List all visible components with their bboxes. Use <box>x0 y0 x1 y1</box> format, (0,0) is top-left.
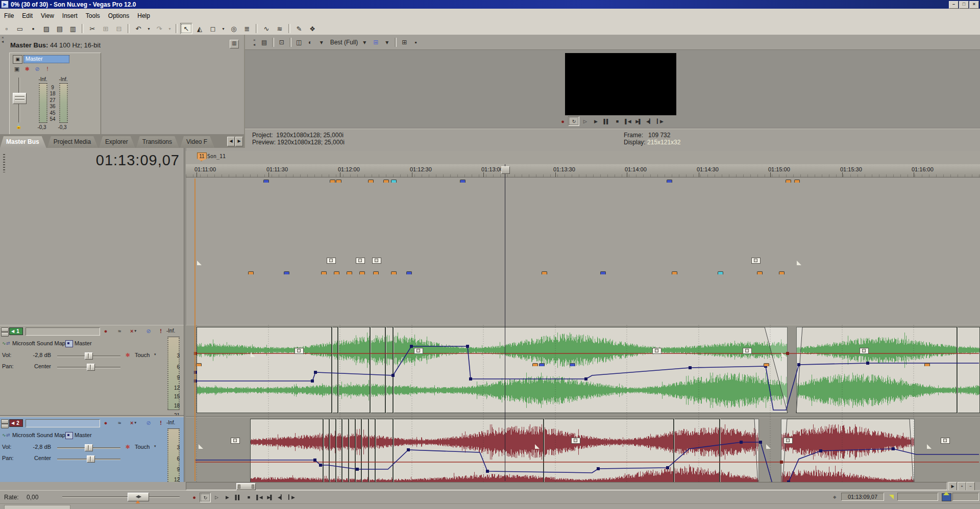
marker-bar[interactable]: 11 Son_11 <box>186 151 980 165</box>
vol-value[interactable]: -2,8 dB <box>19 352 51 358</box>
automation-dropdown-icon[interactable]: ▾ <box>154 444 156 448</box>
undo-dropdown-icon[interactable]: ▾ <box>145 23 152 34</box>
rate-value[interactable]: 0,00 <box>27 494 38 501</box>
fade-handle-tab[interactable] <box>406 271 412 274</box>
project-properties-icon[interactable]: ▤ <box>54 23 66 34</box>
edit-cursor-grip[interactable] <box>501 166 510 174</box>
mixer-properties-icon[interactable]: ▥ <box>230 40 239 48</box>
tab-scroll-right-icon[interactable]: ▶ <box>235 137 243 146</box>
fade-handle-tab[interactable] <box>667 180 672 183</box>
preview-quality-label[interactable]: Best (Full) <box>330 39 358 46</box>
edit-cursor-line[interactable] <box>505 164 505 481</box>
track-device-name[interactable]: Microsoft Sound Map... <box>12 432 70 438</box>
tab-scroll-left-icon[interactable]: ◀ <box>227 137 235 146</box>
tab-master-bus[interactable]: Master Bus <box>0 136 46 148</box>
overlay-grid-icon[interactable]: ⊞ <box>371 38 381 47</box>
fade-handle-tab[interactable] <box>600 271 606 274</box>
redo-icon[interactable]: ↷ <box>153 23 165 34</box>
track-name-input[interactable] <box>26 419 100 427</box>
track-restore-icon[interactable] <box>1 424 9 428</box>
tab-transitions[interactable]: Transitions <box>136 136 179 148</box>
normal-edit-tool-icon[interactable]: ↖ <box>180 23 192 34</box>
dock-close-icon[interactable]: ×◂ <box>2 36 4 44</box>
event-gain-icon[interactable] <box>414 348 423 354</box>
cut-icon[interactable]: ✂ <box>86 23 99 34</box>
paste-icon[interactable]: ⊟ <box>113 23 125 34</box>
fade-handle-tab[interactable] <box>359 271 365 274</box>
save-project-icon[interactable]: ▪ <box>27 23 39 34</box>
pan-value[interactable]: Center <box>19 455 51 461</box>
video-preview-frame[interactable] <box>565 53 676 115</box>
previous-frame-button[interactable]: ◀▎ <box>644 117 654 125</box>
dim-output-icon[interactable]: ! <box>43 65 52 72</box>
go-to-end-button[interactable]: ▶▌ <box>265 493 275 501</box>
fade-handle-tab[interactable] <box>570 363 575 366</box>
record-button[interactable]: ● <box>189 493 199 501</box>
automation-mode-label[interactable]: Touch <box>135 444 150 450</box>
quality-dropdown[interactable]: ▾ <box>359 38 370 47</box>
timeline-timecode-display[interactable]: 01:13:09,07 <box>0 152 180 169</box>
track-automation-gear-icon[interactable]: ✱ <box>124 443 132 451</box>
event-gain-icon[interactable] <box>751 258 761 264</box>
track-automation-warn-icon[interactable]: ! <box>158 327 163 335</box>
loop-playback-button[interactable]: ↻ <box>200 493 211 502</box>
menu-tools[interactable]: Tools <box>82 11 104 20</box>
vol-value[interactable]: -2,8 dB <box>19 444 51 450</box>
menu-insert[interactable]: Insert <box>58 11 82 20</box>
play-button[interactable]: ▶ <box>222 493 232 501</box>
selection-edit-tool-icon[interactable]: ◻ <box>207 23 219 34</box>
auto-ripple-icon[interactable]: ≋ <box>274 23 286 34</box>
event-gain-icon[interactable] <box>571 438 580 444</box>
tab-explorer[interactable]: Explorer <box>99 136 135 148</box>
zoom-edit-tool-icon[interactable]: ◎ <box>228 23 240 34</box>
fade-handle-tab[interactable] <box>672 271 677 274</box>
fade-handle-tab[interactable] <box>757 271 763 274</box>
track-header-1[interactable]: ◀1●≈×▾⊘!-Inf.36912151821∿⇄Microsoft Soun… <box>0 325 184 416</box>
fade-handle-tab[interactable] <box>347 271 352 274</box>
pan-slider-handle[interactable] <box>87 364 95 371</box>
fade-handle-tab[interactable] <box>248 271 254 274</box>
fade-handle-tab[interactable] <box>263 180 269 183</box>
vol-slider-handle[interactable] <box>85 352 93 360</box>
play-button[interactable]: ▶ <box>591 117 601 125</box>
automation-dropdown-icon[interactable]: ▾ <box>154 352 156 357</box>
event-gain-icon[interactable] <box>356 258 365 264</box>
insert-fx-icon[interactable]: ▣ <box>13 65 21 72</box>
track-minimize-icon[interactable] <box>1 419 9 424</box>
minimize-button[interactable]: – <box>949 1 959 9</box>
tab-project-media[interactable]: Project Media <box>47 136 98 148</box>
fade-handle-tab[interactable] <box>321 271 327 274</box>
undo-icon[interactable]: ↶ <box>132 23 144 34</box>
channel-icon[interactable]: ▣ <box>13 55 22 64</box>
go-to-end-button[interactable]: ▶▌ <box>633 117 644 125</box>
track-io-icon[interactable]: ⇄ <box>6 341 10 346</box>
next-frame-button[interactable]: ▎▶ <box>286 493 297 501</box>
scrollbar-track[interactable] <box>186 482 947 490</box>
fade-handle-tab[interactable] <box>373 271 379 274</box>
next-frame-button[interactable]: ▎▶ <box>655 117 665 125</box>
track-mute-icon[interactable]: ×▾ <box>127 327 140 335</box>
new-project-icon[interactable]: ▫ <box>1 23 13 34</box>
fade-handle-tab[interactable] <box>391 180 397 183</box>
master-bus-name-input[interactable]: Master <box>23 55 69 63</box>
overlay-grid-dropdown[interactable]: ▾ <box>382 38 392 47</box>
pan-value[interactable]: Center <box>19 363 51 369</box>
marker-tag[interactable]: 11 <box>197 152 207 161</box>
track-fx-icon[interactable]: ∿ <box>2 432 6 438</box>
fade-handle-tab[interactable] <box>764 363 769 366</box>
pan-slider-handle[interactable] <box>87 455 95 463</box>
fade-handle-tab[interactable] <box>786 180 791 183</box>
automatic-crossfades-icon[interactable]: ∿ <box>260 23 273 34</box>
external-monitor-icon[interactable]: ⊡ <box>277 38 287 47</box>
lock-envelopes-to-events-icon[interactable]: ✎ <box>293 23 305 34</box>
fade-handle-tab[interactable] <box>196 363 202 366</box>
fade-handle-tab[interactable] <box>336 180 341 183</box>
automation-mode-label[interactable]: Touch <box>135 352 150 358</box>
selection-duration-box[interactable] <box>952 493 979 501</box>
split-screen-dropdown[interactable]: ▾ <box>316 38 327 47</box>
fade-handle-tab[interactable] <box>794 180 800 183</box>
loop-playback-button[interactable]: ↻ <box>568 116 579 126</box>
event-gain-icon[interactable] <box>231 438 240 444</box>
go-to-start-button[interactable]: ▌◀ <box>254 493 264 501</box>
maximize-button[interactable]: □ <box>959 1 969 9</box>
